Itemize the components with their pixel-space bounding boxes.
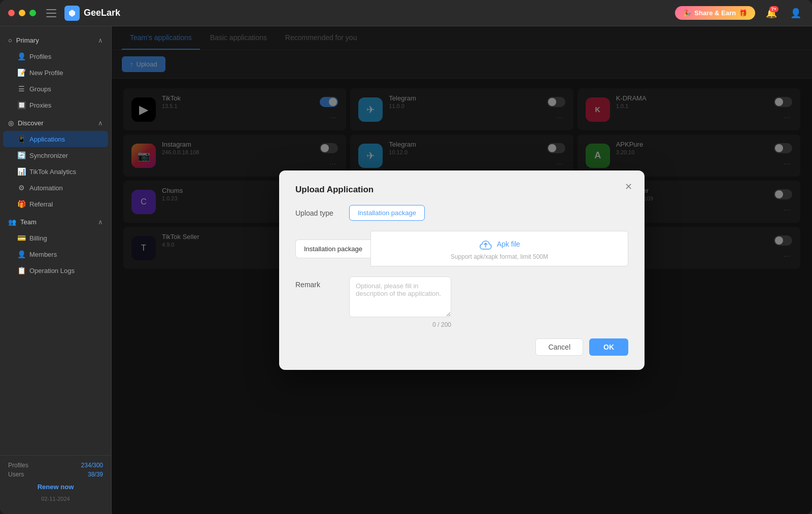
sidebar-item-billing[interactable]: 💳 Billing [3, 230, 108, 246]
team-section-header[interactable]: 👥 Team ∧ [0, 214, 111, 230]
operation-logs-icon: 📋 [17, 266, 25, 275]
upload-zone: Installation package Apk file Support [295, 231, 628, 266]
titlebar: GeeLark 🎉 Share & Earn 🎁 🔔 7+ 👤 [0, 0, 812, 26]
sidebar-item-new-profile[interactable]: 📝 New Profile [3, 64, 108, 81]
groups-icon: ☰ [17, 85, 25, 93]
installation-package-label: Installation package [295, 239, 370, 258]
user-profile-button[interactable]: 👤 [788, 5, 804, 21]
chevron-up-icon-2: ∧ [98, 119, 103, 127]
file-upload-row: Installation package Apk file Support [295, 231, 628, 266]
discover-icon: ◎ [8, 119, 14, 127]
logo-icon [64, 6, 80, 21]
sidebar-team-section: 👥 Team ∧ 💳 Billing 👤 Members 📋 Operation… [0, 214, 111, 279]
sidebar-discover-section: ◎ Discover ∧ 📱 Applications 🔄 Synchroniz… [0, 115, 111, 212]
synchronizer-icon: 🔄 [17, 151, 25, 159]
upload-application-dialog: Upload Application ✕ Upload type Install… [279, 170, 645, 370]
close-button[interactable] [8, 10, 15, 16]
sidebar-item-synchronizer[interactable]: 🔄 Synchronizer [3, 147, 108, 163]
renew-button[interactable]: Renew now [8, 480, 103, 494]
remark-row: Remark 0 / 200 [295, 277, 628, 328]
header-right: 🎉 Share & Earn 🎁 🔔 7+ 👤 [675, 5, 804, 21]
sidebar-item-members[interactable]: 👤 Members [3, 246, 108, 262]
share-earn-button[interactable]: 🎉 Share & Earn 🎁 [675, 6, 755, 20]
sidebar-item-applications[interactable]: 📱 Applications [3, 131, 108, 147]
analytics-icon: 📊 [17, 167, 25, 176]
main-layout: ○ Primary ∧ 👤 Profiles 📝 New Profile ☰ G… [0, 26, 812, 514]
upload-type-row: Upload type Installation package [295, 205, 628, 221]
notification-button[interactable]: 🔔 7+ [763, 5, 780, 21]
automation-icon: ⚙ [17, 184, 25, 192]
sidebar-toggle[interactable] [46, 9, 56, 17]
sidebar-bottom: Profiles 234/300 Users 38/39 Renew now 0… [0, 455, 111, 508]
sidebar-item-automation[interactable]: ⚙ Automation [3, 180, 108, 196]
apk-upload-area[interactable]: Apk file Support apk/xapk format, limit … [370, 231, 628, 266]
notification-badge: 7+ [769, 6, 779, 12]
expiry-date: 02-11-2024 [8, 496, 103, 502]
content-area: Team's applications Basic applications R… [112, 26, 812, 514]
members-icon: 👤 [17, 250, 25, 258]
discover-section-title: ◎ Discover [8, 119, 44, 127]
profiles-stat: Profiles 234/300 [8, 462, 103, 469]
dialog-close-button[interactable]: ✕ [622, 181, 634, 193]
sidebar-item-profiles[interactable]: 👤 Profiles [3, 48, 108, 64]
sidebar-item-proxies[interactable]: 🔲 Proxies [3, 97, 108, 113]
sidebar-item-groups[interactable]: ☰ Groups [3, 81, 108, 97]
apk-file-trigger[interactable]: Apk file [479, 237, 520, 251]
referral-icon: 🎁 [17, 200, 25, 208]
circle-icon: ○ [8, 37, 12, 44]
logo-text: GeeLark [84, 8, 120, 18]
team-icon: 👥 [8, 218, 16, 226]
dialog-title: Upload Application [295, 185, 628, 195]
sidebar-item-operation-logs[interactable]: 📋 Operation Logs [3, 262, 108, 279]
modal-overlay: Upload Application ✕ Upload type Install… [112, 26, 812, 514]
ok-button[interactable]: OK [589, 338, 628, 356]
primary-section-title: ○ Primary [8, 37, 39, 44]
sidebar-item-tiktok-analytics[interactable]: 📊 TikTok Analytics [3, 163, 108, 180]
installation-package-button[interactable]: Installation package [349, 205, 425, 221]
new-profile-icon: 📝 [17, 68, 25, 77]
remark-label: Remark [295, 277, 341, 289]
billing-icon: 💳 [17, 234, 25, 242]
char-count: 0 / 200 [349, 321, 451, 328]
chevron-up-icon-3: ∧ [98, 218, 103, 226]
chevron-up-icon: ∧ [98, 37, 103, 44]
maximize-button[interactable] [29, 10, 36, 16]
sidebar-primary-section: ○ Primary ∧ 👤 Profiles 📝 New Profile ☰ G… [0, 32, 111, 113]
minimize-button[interactable] [19, 10, 25, 16]
apk-file-label: Apk file [497, 240, 520, 248]
users-stat: Users 38/39 [8, 471, 103, 478]
traffic-lights [8, 10, 36, 16]
discover-section-header[interactable]: ◎ Discover ∧ [0, 115, 111, 131]
primary-section-header[interactable]: ○ Primary ∧ [0, 32, 111, 48]
cancel-button[interactable]: Cancel [535, 338, 583, 356]
logo-area: GeeLark [64, 6, 120, 21]
main-window: GeeLark 🎉 Share & Earn 🎁 🔔 7+ 👤 ○ Prima [0, 0, 812, 514]
apk-upload-hint: Support apk/xapk format, limit 500M [451, 253, 548, 260]
profiles-icon: 👤 [17, 52, 25, 60]
upload-type-label: Upload type [295, 205, 341, 217]
proxies-icon: 🔲 [17, 101, 25, 109]
dialog-actions: Cancel OK [295, 338, 628, 356]
applications-icon: 📱 [17, 135, 25, 143]
upload-cloud-icon [479, 237, 493, 251]
team-section-title: 👥 Team [8, 218, 37, 226]
sidebar-item-referral[interactable]: 🎁 Referral [3, 196, 108, 212]
sidebar: ○ Primary ∧ 👤 Profiles 📝 New Profile ☰ G… [0, 26, 112, 514]
remark-textarea[interactable] [349, 277, 451, 317]
